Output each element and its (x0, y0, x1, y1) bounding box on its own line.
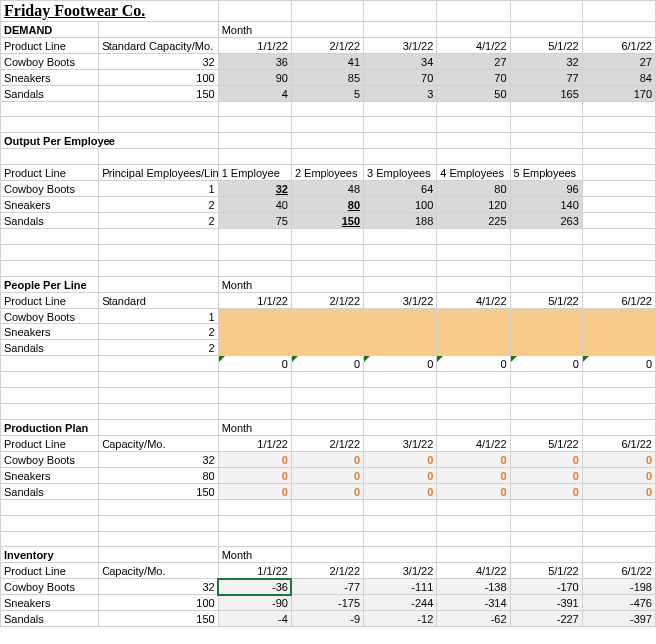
input-cell[interactable] (291, 340, 363, 356)
cell[interactable]: -12 (364, 611, 437, 627)
input-cell[interactable] (291, 324, 363, 340)
cell[interactable]: 84 (582, 70, 655, 86)
cell[interactable]: 0 (437, 484, 510, 500)
input-cell[interactable] (364, 309, 437, 324)
cell[interactable]: 5 (291, 86, 363, 102)
cell[interactable]: 64 (364, 181, 437, 197)
cell[interactable]: 70 (364, 70, 437, 86)
cell[interactable]: 32 (510, 54, 582, 70)
input-cell[interactable] (582, 324, 655, 340)
cell[interactable]: 80 (99, 468, 218, 484)
input-cell[interactable] (218, 340, 291, 356)
cell[interactable]: -77 (291, 579, 363, 595)
cell[interactable]: 40 (218, 197, 291, 213)
input-cell[interactable] (437, 309, 510, 324)
cell[interactable]: -476 (582, 595, 655, 611)
cell[interactable]: 0 (364, 356, 437, 372)
input-cell[interactable] (218, 324, 291, 340)
input-cell[interactable] (437, 324, 510, 340)
cell[interactable]: 150 (291, 213, 363, 229)
cell[interactable]: 80 (437, 181, 510, 197)
cell[interactable]: 120 (437, 197, 510, 213)
cell[interactable]: 27 (582, 54, 655, 70)
input-cell[interactable] (510, 340, 582, 356)
cell[interactable]: 0 (291, 468, 363, 484)
cell[interactable]: 0 (364, 452, 437, 468)
cell[interactable]: 0 (582, 468, 655, 484)
cell[interactable]: 100 (364, 197, 437, 213)
input-cell[interactable] (510, 324, 582, 340)
cell[interactable]: -397 (582, 611, 655, 627)
spreadsheet-grid[interactable]: Friday Footwear Co. DEMAND Month Product… (0, 0, 656, 627)
cell[interactable]: 41 (291, 54, 363, 70)
cell[interactable]: 2 (99, 213, 218, 229)
selected-cell[interactable]: -36 (218, 579, 291, 595)
cell[interactable]: 140 (510, 197, 582, 213)
cell[interactable]: 263 (510, 213, 582, 229)
cell[interactable]: 0 (218, 484, 291, 500)
cell[interactable]: 34 (364, 54, 437, 70)
cell[interactable]: 85 (291, 70, 363, 86)
cell[interactable]: 0 (510, 484, 582, 500)
cell[interactable]: -198 (582, 579, 655, 595)
cell[interactable]: 0 (218, 468, 291, 484)
cell[interactable]: 70 (437, 70, 510, 86)
cell[interactable]: 2 (99, 340, 218, 356)
cell[interactable]: 0 (582, 356, 655, 372)
cell[interactable]: -9 (291, 611, 363, 627)
cell[interactable]: -90 (218, 595, 291, 611)
cell[interactable]: 0 (364, 484, 437, 500)
cell[interactable]: 4 (218, 86, 291, 102)
cell[interactable]: 0 (510, 356, 582, 372)
cell[interactable]: 1 (99, 181, 218, 197)
input-cell[interactable] (364, 340, 437, 356)
cell[interactable]: 0 (582, 452, 655, 468)
cell[interactable]: 48 (291, 181, 363, 197)
cell[interactable]: 150 (99, 484, 218, 500)
cell[interactable]: 0 (218, 452, 291, 468)
cell[interactable]: -138 (437, 579, 510, 595)
cell[interactable]: 0 (291, 484, 363, 500)
cell[interactable]: 75 (218, 213, 291, 229)
cell[interactable]: -227 (510, 611, 582, 627)
cell[interactable]: 0 (291, 356, 363, 372)
cell[interactable]: 27 (437, 54, 510, 70)
cell[interactable]: 2 (99, 324, 218, 340)
cell[interactable]: 0 (510, 452, 582, 468)
cell[interactable]: 170 (582, 86, 655, 102)
cell[interactable]: 1 (99, 309, 218, 324)
cell[interactable]: 2 (99, 197, 218, 213)
cell[interactable]: -175 (291, 595, 363, 611)
cell[interactable]: -314 (437, 595, 510, 611)
cell[interactable]: 3 (364, 86, 437, 102)
cell[interactable]: 150 (99, 86, 218, 102)
cell[interactable]: 100 (99, 70, 218, 86)
cell[interactable]: 96 (510, 181, 582, 197)
cell[interactable]: 100 (99, 595, 218, 611)
cell[interactable]: 32 (99, 452, 218, 468)
input-cell[interactable] (291, 309, 363, 324)
cell[interactable]: -4 (218, 611, 291, 627)
cell[interactable]: 80 (291, 197, 363, 213)
cell[interactable]: -111 (364, 579, 437, 595)
cell[interactable]: -244 (364, 595, 437, 611)
cell[interactable]: 0 (291, 452, 363, 468)
input-cell[interactable] (510, 309, 582, 324)
cell[interactable]: -391 (510, 595, 582, 611)
cell[interactable]: 0 (437, 468, 510, 484)
input-cell[interactable] (437, 340, 510, 356)
cell[interactable]: 0 (582, 484, 655, 500)
cell[interactable]: 90 (218, 70, 291, 86)
cell[interactable]: 165 (510, 86, 582, 102)
cell[interactable]: 50 (437, 86, 510, 102)
cell[interactable]: 225 (437, 213, 510, 229)
cell[interactable]: 32 (99, 579, 218, 595)
input-cell[interactable] (218, 309, 291, 324)
cell[interactable]: 0 (510, 468, 582, 484)
cell[interactable]: 36 (218, 54, 291, 70)
cell[interactable]: 0 (218, 356, 291, 372)
cell[interactable]: 32 (218, 181, 291, 197)
cell[interactable]: -170 (510, 579, 582, 595)
cell[interactable]: 0 (437, 452, 510, 468)
input-cell[interactable] (364, 324, 437, 340)
